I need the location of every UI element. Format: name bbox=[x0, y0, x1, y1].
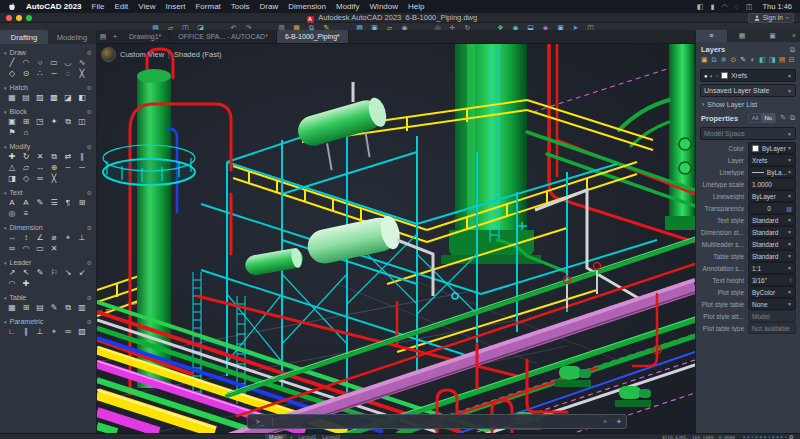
tolerance-icon[interactable]: ▭ bbox=[34, 244, 46, 254]
model-tab[interactable]: Model bbox=[265, 434, 287, 439]
collect-leader-icon[interactable]: ✚ bbox=[20, 279, 32, 289]
isolate-layer-icon[interactable]: ◐ bbox=[749, 56, 758, 64]
arc-icon[interactable]: ◡ bbox=[62, 58, 74, 68]
otrack-toggle[interactable]: ▪ bbox=[764, 434, 766, 439]
copy-icon[interactable]: ⧉ bbox=[48, 152, 60, 162]
leader-left-icon[interactable]: ↖ bbox=[20, 268, 32, 278]
menu-dimension[interactable]: Dimension bbox=[288, 2, 326, 11]
multileader-icon[interactable]: ↗ bbox=[6, 268, 18, 278]
layer-color-swatch[interactable] bbox=[721, 72, 728, 79]
parallel-icon[interactable]: ∥ bbox=[20, 327, 32, 337]
filter-no-button[interactable]: No bbox=[761, 114, 775, 122]
hatch-solid-icon[interactable]: ▩ bbox=[48, 93, 60, 103]
lwt-toggle[interactable]: ▪ bbox=[772, 434, 774, 439]
section-settings-icon[interactable]: ⚙ bbox=[87, 318, 92, 325]
mtext-icon[interactable]: A bbox=[6, 198, 18, 208]
table-icon[interactable]: ▦ bbox=[6, 303, 18, 313]
sign-in-button[interactable]: Sign In ▾ bbox=[748, 13, 794, 23]
tab-drafting[interactable]: Drafting bbox=[0, 30, 48, 44]
plot-style-dropdown[interactable]: ByColor▼ bbox=[748, 286, 796, 298]
lineweight-dropdown[interactable]: ByLayer▼ bbox=[748, 190, 796, 202]
paragraph-icon[interactable]: ¶ bbox=[62, 198, 74, 208]
table-style-icon[interactable]: ▤ bbox=[34, 303, 46, 313]
explode-icon[interactable]: ╳ bbox=[48, 174, 60, 184]
perpendicular-icon[interactable]: ⊥ bbox=[34, 327, 46, 337]
section-settings-icon[interactable]: ⚙ bbox=[87, 143, 92, 150]
layer-freeze-icon[interactable]: ◐ bbox=[710, 73, 714, 79]
text-height-input[interactable]: 3/16"↕ bbox=[748, 274, 796, 286]
edit-layer-icon[interactable]: ✎ bbox=[739, 56, 748, 64]
spotlight-icon[interactable]: ◌ bbox=[735, 3, 739, 10]
section-settings-icon[interactable]: ⚙ bbox=[87, 224, 92, 231]
tab-modeling[interactable]: Modeling bbox=[48, 30, 96, 44]
edit-table-icon[interactable]: ✎ bbox=[48, 303, 60, 313]
collapse-icon[interactable]: ▾ bbox=[4, 295, 7, 301]
copy-block-icon[interactable]: ⧉ bbox=[62, 117, 74, 127]
polygon-icon[interactable]: ◇ bbox=[6, 69, 18, 79]
array-icon[interactable]: ⊕ bbox=[48, 163, 60, 173]
doc-tab-office-space[interactable]: OFFICE SPA... - AUTOCAD* bbox=[170, 30, 277, 43]
section-modify-header[interactable]: ▾Modify⚙ bbox=[4, 142, 92, 151]
remove-leader-icon[interactable]: ↙ bbox=[76, 268, 88, 278]
tab-list-icon[interactable]: ▤ bbox=[97, 30, 109, 43]
construction-line-icon[interactable]: ─ bbox=[48, 69, 60, 79]
angular-dim-icon[interactable]: ∠ bbox=[34, 233, 46, 243]
menu-view[interactable]: View bbox=[138, 2, 155, 11]
match-layer-icon[interactable]: ▤ bbox=[778, 56, 787, 64]
linetype-dropdown[interactable]: ByLa...▼ bbox=[748, 166, 796, 178]
home-icon[interactable]: ⌂ bbox=[20, 128, 32, 138]
section-settings-icon[interactable]: ⚙ bbox=[87, 49, 92, 56]
create-block-icon[interactable]: ⊞ bbox=[20, 117, 32, 127]
section-block-header[interactable]: ▾Block⚙ bbox=[4, 107, 92, 116]
mirror-icon[interactable]: ⇄ bbox=[62, 152, 74, 162]
spellcheck-icon[interactable]: ◎ bbox=[6, 209, 18, 219]
current-layer-dropdown[interactable]: ● ◐ ○ Xrefs ▼ bbox=[700, 69, 796, 82]
snap-toggle[interactable]: ▪ bbox=[747, 434, 749, 439]
region-icon[interactable]: ╳ bbox=[76, 69, 88, 79]
off-layer-icon[interactable]: ⊟ bbox=[787, 56, 796, 64]
menu-insert[interactable]: Insert bbox=[165, 2, 185, 11]
panel-overflow-button[interactable]: » bbox=[788, 30, 800, 42]
edit-block-icon[interactable]: ◳ bbox=[34, 117, 46, 127]
add-leader-icon[interactable]: ↘ bbox=[62, 268, 74, 278]
layout2-tab[interactable]: Layout2 bbox=[319, 434, 343, 439]
collapse-icon[interactable]: ▾ bbox=[4, 85, 7, 91]
scale-text-icon[interactable]: ≡ bbox=[20, 209, 32, 219]
donut-icon[interactable]: ⊙ bbox=[20, 69, 32, 79]
linetype-scale-input[interactable]: 1.0000 bbox=[748, 178, 796, 190]
visual-style-control[interactable]: Shaded (Fast) bbox=[174, 50, 222, 59]
close-window-button[interactable] bbox=[6, 15, 12, 21]
polar-toggle[interactable]: ▪ bbox=[755, 434, 757, 439]
coincident-icon[interactable]: ∟ bbox=[6, 327, 18, 337]
control-center-icon[interactable]: ◫ bbox=[746, 3, 753, 11]
revision-cloud-icon[interactable]: ◌ bbox=[62, 69, 74, 79]
chamfer-icon[interactable]: ◇ bbox=[20, 174, 32, 184]
materials-tab[interactable]: ▣ bbox=[757, 30, 788, 42]
quick-select-icon[interactable]: ✎ bbox=[780, 114, 786, 122]
collapse-icon[interactable]: ▾ bbox=[4, 190, 7, 196]
line-icon[interactable]: ╱ bbox=[6, 58, 18, 68]
circle-icon[interactable]: ○ bbox=[34, 58, 46, 68]
isolate-toggle[interactable]: ▪ bbox=[784, 434, 786, 439]
section-settings-icon[interactable]: ⚙ bbox=[87, 189, 92, 196]
dim-style-dropdown[interactable]: Standard▼ bbox=[748, 226, 796, 238]
selection-filter[interactable]: All No bbox=[748, 113, 776, 123]
polyline-icon[interactable]: ◠ bbox=[20, 58, 32, 68]
fix-icon[interactable]: ⌖ bbox=[48, 327, 60, 337]
center-mark-icon[interactable]: ⌖ bbox=[62, 233, 74, 243]
multileader-style-dropdown[interactable]: Standard▼ bbox=[748, 238, 796, 250]
insert-table-icon[interactable]: ⊞ bbox=[20, 303, 32, 313]
section-settings-icon[interactable]: ⚙ bbox=[87, 84, 92, 91]
status-toggles[interactable]: ▪▪▪▪▪▪▪▪▪▪▪⚙ bbox=[743, 434, 794, 439]
doc-tab-piping[interactable]: 6-B-1000_Piping* bbox=[277, 30, 349, 43]
layer-state-icon[interactable]: ⧉ bbox=[710, 56, 719, 64]
section-text-header[interactable]: ▾Text⚙ bbox=[4, 188, 92, 197]
battery-icon[interactable]: ▮ bbox=[711, 3, 715, 11]
break-icon[interactable]: ┄ bbox=[62, 163, 74, 173]
new-layer-icon[interactable]: ▣ bbox=[700, 56, 709, 64]
baseline-dim-icon[interactable]: ═ bbox=[6, 244, 18, 254]
hatch-pattern-icon[interactable]: ▤ bbox=[20, 93, 32, 103]
attribute-icon[interactable]: ✦ bbox=[48, 117, 60, 127]
menu-help[interactable]: Help bbox=[408, 2, 424, 11]
trim-icon[interactable]: ✕ bbox=[34, 152, 46, 162]
